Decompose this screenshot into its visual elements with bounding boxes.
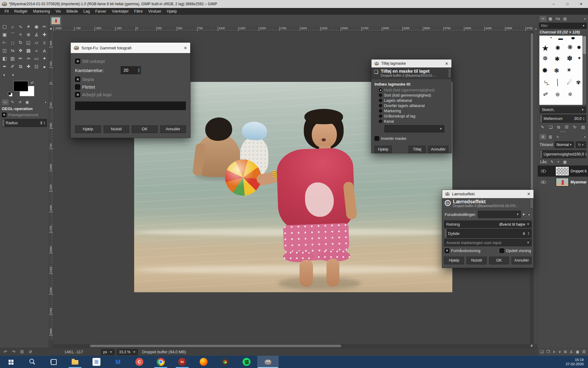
tool-button[interactable]: ✧ <box>17 31 24 39</box>
navigation-icon[interactable]: ✚ <box>530 344 534 348</box>
close-button[interactable]: ✕ <box>574 0 588 8</box>
tool-button[interactable]: ✦ <box>40 55 48 63</box>
tool-button[interactable]: ❖ <box>17 47 24 55</box>
taskbar-item[interactable]: ⊞ <box>86 356 107 368</box>
add-preset-icon[interactable]: + <box>522 212 525 217</box>
dialog-button[interactable]: Hjælp <box>444 256 464 264</box>
preset-menu-icon[interactable]: ◂ <box>526 213 531 217</box>
tool-button[interactable]: ▢ <box>1 23 9 31</box>
mode-group-toggle[interactable]: ↻▼ <box>576 141 586 148</box>
tool-button[interactable]: ✚ <box>24 63 32 71</box>
tool-button[interactable]: ◧ <box>1 55 9 63</box>
tool-button[interactable]: ◉ <box>32 23 40 31</box>
tool-button[interactable]: ⌒ <box>9 31 17 39</box>
brush-action-icon[interactable]: ❏ <box>549 125 552 130</box>
tool-button[interactable]: ◊ <box>40 39 48 47</box>
dock-tab[interactable]: ▤ <box>562 16 568 21</box>
invert-checkbox[interactable] <box>375 136 379 141</box>
tool-button[interactable]: ● <box>40 63 48 71</box>
dock-tab[interactable]: ✎ <box>9 99 16 105</box>
tool-button[interactable]: ▭ <box>32 55 40 63</box>
menu-item[interactable]: Redigér <box>11 9 30 14</box>
mask-type-option[interactable]: Hvid (fuld uigennemsigtighed) <box>375 87 448 93</box>
taskbar-item[interactable] <box>193 356 214 368</box>
layer-mode-select[interactable]: Normal ▼ <box>555 141 574 148</box>
dialog-button[interactable]: Tilføj <box>409 145 426 153</box>
lock-icon[interactable]: + <box>557 160 560 164</box>
tool-button[interactable]: ✐ <box>9 63 17 71</box>
layer-action-icon[interactable]: ☒ <box>582 350 586 354</box>
blur-option[interactable]: Stil uskarpt <box>75 57 186 65</box>
brush-thumbnail[interactable]: ★ <box>542 44 549 53</box>
dialog-button[interactable]: Annullér <box>511 256 532 264</box>
mask-type-option[interactable]: Sort (fuld gennemsigtighed) <box>375 93 448 98</box>
layer-action-icon[interactable]: ∧ <box>553 350 556 354</box>
dock-menu-icon[interactable]: ◂ <box>582 135 587 139</box>
ruler-origin-button[interactable]: ▣ <box>49 26 53 31</box>
layer-action-icon[interactable]: ⧉ <box>564 350 567 354</box>
layer-row[interactable]: Droppet bu <box>538 166 588 177</box>
zoom-select[interactable]: 33,3 % ▼ <box>117 349 138 355</box>
foreground-color-swatch[interactable] <box>13 81 28 91</box>
brush-action-icon[interactable]: ▤ <box>581 125 585 130</box>
sample-average-checkbox[interactable] <box>2 113 6 117</box>
history-icon[interactable]: ↺ <box>28 350 32 354</box>
swap-colors-icon[interactable]: ⇄ <box>31 80 34 85</box>
taskbar-item[interactable] <box>257 356 279 368</box>
menu-item[interactable]: Vinduer <box>145 9 164 14</box>
brush-thumbnail[interactable]: ▬ <box>558 36 563 41</box>
brush-thumbnail[interactable]: ✱ <box>555 55 560 63</box>
brush-thumbnail[interactable]: ❊ <box>555 91 560 98</box>
ruler-menu-icon[interactable]: ◂ <box>534 26 537 31</box>
taskbar-item[interactable] <box>150 356 172 368</box>
tool-button[interactable]: ⊢ <box>1 39 9 47</box>
dialog-button[interactable]: Hjælp <box>75 125 101 133</box>
dialog-button[interactable]: OK <box>489 256 509 264</box>
brush-thumbnail[interactable]: ✺ <box>555 44 560 52</box>
menu-item[interactable]: Hjælp <box>164 9 180 14</box>
menu-item[interactable]: Markering <box>30 9 53 14</box>
tool-button[interactable]: ✂ <box>40 23 48 31</box>
spinner-arrows[interactable]: ▲▼ <box>585 152 587 156</box>
mask-type-option[interactable]: Overfør lagets alfakanal <box>375 103 448 108</box>
layer-row[interactable]: Myanmar2 <box>538 177 588 188</box>
lock-icon[interactable]: ▦ <box>563 160 567 164</box>
dock-menu-icon[interactable]: ◂ <box>43 100 47 104</box>
tool-button[interactable]: ✏ <box>17 55 24 63</box>
brush-thumbnail[interactable]: ✵ <box>542 55 548 63</box>
taskbar-item[interactable]: C <box>129 356 150 368</box>
brush-action-icon[interactable]: ✎ <box>541 125 544 130</box>
horizontal-ruler[interactable]: -1000-750-500-25002505007501000125015001… <box>53 26 534 31</box>
maximize-button[interactable]: □ <box>560 0 574 8</box>
taskbar-item[interactable] <box>214 356 236 368</box>
layer-action-icon[interactable]: ▣ <box>576 350 579 354</box>
tool-button[interactable]: ▱ <box>32 39 40 47</box>
brush-thumbnail[interactable]: ✹ <box>577 44 581 51</box>
dialog-titlebar[interactable]: Lærredseffekt ✕ <box>442 190 533 198</box>
menu-item[interactable]: Billede <box>64 9 81 14</box>
brush-action-icon[interactable]: ⧉ <box>557 125 560 130</box>
brush-action-icon[interactable]: ☒ <box>565 125 568 130</box>
dialog-button[interactable]: Annullér <box>160 125 186 133</box>
tool-button[interactable]: ✒ <box>1 63 9 71</box>
menu-item[interactable]: Værktøjer <box>109 9 131 14</box>
dialog-button[interactable]: Annullér <box>428 145 448 153</box>
dock-tab[interactable]: ∿ <box>554 134 561 140</box>
close-icon[interactable]: ✕ <box>184 46 187 50</box>
tool-button[interactable]: □ <box>9 39 17 47</box>
dialog-titlebar[interactable]: Script-Fu: Gammelt fotografi ✕ <box>71 43 190 53</box>
dock-tab[interactable]: ▭ <box>2 99 9 105</box>
radio-button[interactable] <box>379 99 382 102</box>
tool-button[interactable]: ◐ <box>1 71 9 79</box>
brush-thumbnail[interactable]: ✦ <box>577 55 581 61</box>
dock-tab[interactable]: ↺ <box>17 99 23 105</box>
taskbar-item[interactable]: 64 <box>172 356 193 368</box>
dock-tab[interactable]: ▦ <box>547 16 554 21</box>
brush-thumbnail[interactable]: ❋ <box>567 44 573 51</box>
blur-checkbox[interactable] <box>75 59 80 64</box>
option-checkbox[interactable] <box>75 92 80 97</box>
vertical-ruler[interactable]: -500-25002505007501000125015001750200022… <box>49 31 53 340</box>
channel-select[interactable]: ▼ <box>384 125 444 132</box>
layer-action-icon[interactable]: ❏ <box>540 350 544 354</box>
tool-button[interactable]: ◱ <box>24 39 32 47</box>
